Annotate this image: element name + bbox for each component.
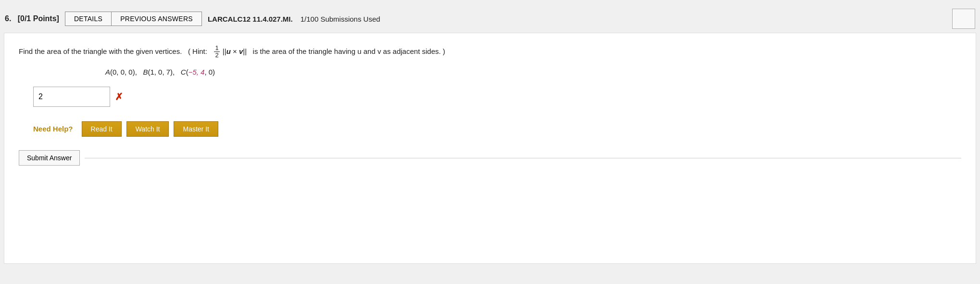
vertex-c-coords: −5, 4 [188,68,205,76]
submit-answer-button[interactable]: Submit Answer [19,150,80,166]
hint-close-paren: ) [443,47,445,55]
page-container: 6. [0/1 Points] DETAILS PREVIOUS ANSWERS… [0,0,980,284]
problem-number-text: 6. [5,14,11,23]
master-it-button[interactable]: Master It [174,121,218,137]
fraction-numerator: 1 [214,45,219,52]
answer-row: ✗ [19,87,961,107]
main-content: Find the area of the triangle with the g… [4,33,976,264]
vertex-b: B(1, 0, 7), [143,68,178,76]
corner-box [952,9,975,29]
problem-number: 6. [0/1 Points] [5,14,59,23]
hint-fraction: 1 2 [214,45,219,59]
details-button[interactable]: DETAILS [65,12,111,26]
hint-open-paren: ( [188,47,190,55]
vertex-a: A(0, 0, 0), [105,68,141,76]
hint-suffix: is the area of the triangle having u and… [253,47,441,55]
vector-v: v [239,47,243,55]
problem-text: Find the area of the triangle with the g… [19,45,961,59]
submit-underline [85,158,961,158]
need-help-label: Need Help? [33,125,73,133]
points-label: [0/1 Points] [18,14,59,23]
submit-row: Submit Answer [19,150,961,166]
fraction-denominator: 2 [214,52,219,59]
vertices-line: A(0, 0, 0), B(1, 0, 7), C(−5, 4, 0) [19,68,961,76]
course-id: LARCALC12 11.4.027.MI. [208,15,293,23]
submissions-used: 1/100 Submissions Used [301,15,380,23]
vector-u: u [226,47,231,55]
read-it-button[interactable]: Read It [82,121,122,137]
hint-prefix: Hint: [192,47,207,55]
hint-math-inner: |u × v| [225,47,245,55]
answer-input[interactable] [33,87,110,107]
hint-math: ||u × v|| [223,47,249,55]
help-row: Need Help? Read It Watch It Master It [19,121,961,137]
previous-answers-button[interactable]: PREVIOUS ANSWERS [111,12,202,26]
vertex-c: C(−5, 4, 0) [181,68,215,76]
watch-it-button[interactable]: Watch It [126,121,169,137]
wrong-icon: ✗ [115,91,123,103]
instruction-text: Find the area of the triangle with the g… [19,47,182,55]
header-row: 6. [0/1 Points] DETAILS PREVIOUS ANSWERS… [0,5,980,33]
